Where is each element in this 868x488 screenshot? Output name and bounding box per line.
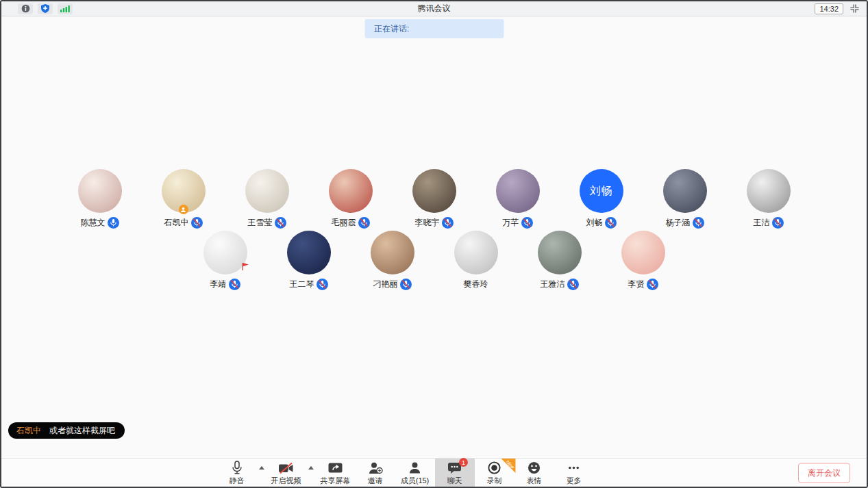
network-signal-icon[interactable] [58, 3, 73, 14]
participant-name-row: 王雪莹 [248, 216, 286, 229]
participant-name: 刘畅 [586, 217, 603, 229]
avatar [412, 169, 456, 213]
mic-muted-icon [191, 217, 203, 229]
participant-name-row: 樊香玲 [464, 278, 488, 290]
participant-name-row: 王洁 [754, 216, 784, 229]
participant-tile[interactable]: 王二琴 [267, 231, 351, 290]
participant-name-row: 杨子涵 [666, 216, 704, 229]
avatar [203, 231, 247, 274]
more-icon [567, 461, 581, 475]
video-options-arrow-icon[interactable] [306, 466, 316, 470]
participant-name-row: 毛丽霞 [332, 216, 370, 229]
participant-name: 万芊 [503, 217, 519, 229]
avatar [287, 231, 331, 274]
participant-name: 王雪莹 [248, 217, 273, 229]
participant-name: 李晓宇 [415, 217, 440, 229]
participant-tile[interactable]: 王洁 [727, 169, 810, 229]
flag-badge-icon [240, 261, 249, 274]
participant-tile[interactable]: 李贤 [602, 231, 685, 290]
participant-name-row: 万芊 [503, 216, 533, 229]
toolbar-members-label: 成员(15) [401, 476, 430, 485]
participant-tile[interactable]: 李晓宇 [393, 169, 476, 229]
participant-grid: 陈慧文石凯中王雪莹毛丽霞李晓宇万芊刘畅刘畅杨子涵王洁李靖王二琴刁艳丽樊香玲王雅洁… [1, 169, 867, 290]
participant-tile[interactable]: 王雪莹 [225, 169, 309, 229]
exit-fullscreen-icon[interactable] [850, 3, 860, 14]
toolbar: 静音开启视频共享屏幕邀请成员(15)1聊天录制New表情更多 离开会议 [1, 458, 867, 487]
invite-icon [368, 461, 383, 475]
participant-name: 毛丽霞 [332, 217, 356, 229]
participant-row: 李靖王二琴刁艳丽樊香玲王雅洁李贤 [184, 231, 685, 290]
participant-tile[interactable]: 刁艳丽 [351, 231, 434, 290]
participant-tile[interactable]: 樊香玲 [434, 231, 518, 290]
avatar [371, 231, 414, 274]
participant-name: 陈慧文 [81, 217, 106, 229]
toolbar-invite-button[interactable]: 邀请 [356, 459, 395, 487]
mic-muted-icon [605, 217, 617, 229]
toolbar-emoji-button[interactable]: 表情 [514, 459, 554, 487]
avatar [245, 169, 289, 213]
leave-meeting-button[interactable]: 离开会议 [798, 463, 850, 483]
participant-name-row: 王雅洁 [541, 278, 579, 290]
participant-name-row: 刘畅 [586, 216, 617, 229]
participant-name: 石凯中 [164, 217, 189, 229]
participant-tile[interactable]: 石凯中 [142, 169, 225, 229]
mic-muted-icon [229, 279, 240, 290]
toolbar-video-label: 开启视频 [271, 476, 301, 485]
mic-muted-icon [358, 217, 370, 229]
avatar [329, 169, 373, 213]
toolbar-more-button[interactable]: 更多 [554, 459, 594, 487]
participant-tile[interactable]: 万芊 [476, 169, 560, 229]
chat-icon: 1 [447, 461, 462, 475]
toolbar-mute-label: 静音 [230, 476, 245, 485]
participant-name-row: 李晓宇 [415, 216, 454, 229]
avatar [747, 169, 791, 213]
mic-muted-icon [317, 279, 328, 290]
participant-name-row: 李靖 [210, 278, 240, 290]
emoji-icon [528, 461, 541, 475]
participant-name-row: 陈慧文 [81, 216, 119, 229]
mic-muted-icon [275, 217, 286, 229]
toolbar-chat-button[interactable]: 1聊天 [435, 459, 475, 487]
toolbar-video-button[interactable]: 开启视频 [266, 459, 306, 487]
participant-name: 王二琴 [290, 279, 314, 290]
toolbar-members-button[interactable]: 成员(15) [395, 459, 435, 487]
share-screen-icon [328, 461, 343, 475]
mute-options-arrow-icon[interactable] [257, 466, 266, 470]
avatar-initials: 刘畅 [590, 184, 613, 198]
avatar [78, 169, 122, 213]
participant-tile[interactable]: 杨子涵 [643, 169, 727, 229]
toolbar-record-button[interactable]: 录制New [475, 459, 514, 487]
participant-tile[interactable]: 李靖 [184, 231, 267, 290]
info-icon[interactable] [18, 3, 33, 14]
toolbar-chat-label: 聊天 [447, 476, 462, 485]
caption-bubble: 石凯中 或者就这样截屏吧 [8, 422, 125, 439]
avatar [162, 169, 206, 213]
toolbar-emoji-label: 表情 [527, 476, 542, 485]
record-icon [487, 461, 501, 475]
participant-tile[interactable]: 毛丽霞 [309, 169, 393, 229]
mic-muted-icon [521, 217, 533, 229]
participant-name-row: 王二琴 [290, 278, 328, 290]
titlebar: 腾讯会议 14:32 [1, 1, 867, 16]
participant-tile[interactable]: 刘畅刘畅 [560, 169, 643, 229]
toolbar-more-label: 更多 [567, 476, 582, 485]
avatar [454, 231, 498, 274]
mic-muted-icon [693, 217, 704, 229]
participant-name-row: 石凯中 [164, 216, 203, 229]
speaking-banner: 正在讲话: [364, 19, 504, 38]
security-shield-icon[interactable] [38, 3, 53, 14]
participant-row: 陈慧文石凯中王雪莹毛丽霞李晓宇万芊刘畅刘畅杨子涵王洁 [58, 169, 810, 229]
titlebar-right: 14:32 [815, 3, 860, 14]
participant-tile[interactable]: 王雅洁 [518, 231, 602, 290]
participant-name: 杨子涵 [666, 217, 691, 229]
titlebar-left-icons [18, 3, 73, 14]
mic-muted-icon [567, 279, 579, 290]
meeting-canvas: 正在讲话: 陈慧文石凯中王雪莹毛丽霞李晓宇万芊刘畅刘畅杨子涵王洁李靖王二琴刁艳丽… [1, 16, 867, 458]
participant-tile[interactable]: 陈慧文 [58, 169, 142, 229]
avatar [538, 231, 582, 274]
toolbar-record-label: 录制 [487, 476, 502, 485]
toolbar-share-button[interactable]: 共享屏幕 [316, 459, 356, 487]
participant-name: 王雅洁 [541, 279, 565, 290]
participant-name: 刁艳丽 [373, 279, 398, 290]
toolbar-mute-button[interactable]: 静音 [217, 459, 257, 487]
